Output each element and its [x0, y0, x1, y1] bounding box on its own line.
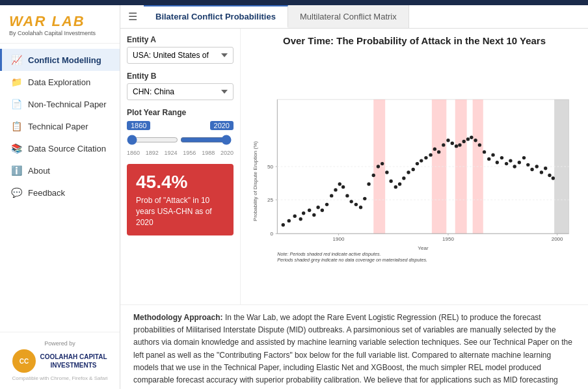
svg-point-64: [455, 144, 458, 148]
svg-point-78: [513, 165, 516, 168]
nav-label-conflict-modelling: Conflict Modelling: [28, 55, 101, 65]
svg-point-74: [496, 161, 499, 164]
entity-a-label: Entity A: [127, 35, 234, 44]
svg-point-50: [394, 185, 397, 189]
svg-point-42: [359, 206, 362, 209]
svg-point-27: [293, 215, 297, 218]
data-source-citation-icon: 📚: [11, 143, 23, 154]
svg-point-38: [341, 185, 345, 189]
entity-b-select[interactable]: CHN: China: [127, 83, 234, 100]
svg-point-82: [530, 168, 533, 171]
svg-point-79: [518, 161, 521, 164]
svg-point-54: [412, 168, 415, 171]
chart-area: Over Time: The Probability of Attack in …: [241, 29, 588, 304]
left-controls: Entity A USA: United States of Entity B …: [120, 29, 241, 304]
year-range-display: 1860 2020: [127, 121, 234, 130]
probability-box: 45.4% Prob of "Attack" in 10 years USA-C…: [127, 164, 234, 235]
year-end-slider[interactable]: [180, 135, 232, 145]
sidebar-item-conflict-modelling[interactable]: 📈 Conflict Modelling: [0, 49, 120, 71]
svg-point-61: [442, 143, 445, 146]
svg-text:Periods shaded grey indicate n: Periods shaded grey indicate no data cov…: [277, 258, 427, 263]
nav-label-technical-paper: Technical Paper: [28, 122, 88, 131]
nav-label-data-exploration: Data Exploration: [28, 77, 90, 87]
non-technical-paper-icon: 📄: [11, 99, 23, 109]
svg-point-60: [437, 150, 440, 154]
svg-text:0: 0: [271, 231, 274, 237]
nav-label-about: About: [28, 166, 50, 176]
sidebar-footer: Powered by CC COOLAHAH CAPITALINVESTMENT…: [0, 332, 120, 389]
svg-point-59: [433, 147, 436, 150]
svg-text:CC: CC: [20, 358, 29, 365]
entity-a-select[interactable]: USA: United States of: [127, 47, 234, 64]
svg-point-84: [540, 170, 543, 174]
svg-point-30: [308, 209, 311, 212]
svg-point-58: [429, 153, 432, 156]
compat-text: Compatible with Chrome, Firefox & Safari: [7, 375, 113, 381]
svg-text:25: 25: [267, 197, 273, 203]
data-exploration-icon: 📁: [11, 77, 23, 87]
svg-point-80: [522, 156, 526, 159]
svg-point-48: [385, 170, 388, 174]
svg-point-33: [321, 209, 324, 212]
nav-label-non-technical-paper: Non-Technical Paper: [28, 100, 107, 109]
year-range-label: Plot Year Range: [127, 108, 234, 117]
sidebar: WAR LAB By Coolahah Capital Investments …: [0, 5, 120, 389]
technical-paper-icon: 📋: [11, 121, 23, 131]
svg-text:50: 50: [267, 164, 273, 170]
svg-point-86: [548, 174, 551, 177]
sidebar-item-technical-paper[interactable]: 📋 Technical Paper: [0, 115, 120, 137]
year-end-badge: 2020: [210, 121, 234, 130]
svg-point-34: [325, 203, 328, 206]
tab-multilateral[interactable]: Multilateral Conflict Matrix: [288, 5, 409, 28]
svg-point-76: [505, 162, 508, 165]
top-bar: [0, 0, 588, 5]
sidebar-item-feedback[interactable]: 💬 Feedback: [0, 181, 120, 204]
svg-point-68: [470, 136, 473, 139]
svg-text:1950: 1950: [442, 236, 454, 242]
chart-wrapper: Probability of Dispute Eruption (%): [251, 51, 578, 299]
svg-point-37: [338, 182, 341, 185]
sidebar-item-data-source-citation[interactable]: 📚 Data Source Citation: [0, 137, 120, 159]
nav-label-feedback: Feedback: [28, 188, 65, 198]
svg-point-47: [381, 162, 384, 165]
svg-point-49: [389, 180, 392, 183]
svg-point-45: [372, 174, 375, 177]
sidebar-item-data-exploration[interactable]: 📁 Data Exploration: [0, 71, 120, 93]
coolahah-svg-logo: CC: [16, 353, 33, 369]
chart-title: Over Time: The Probability of Attack in …: [251, 35, 578, 46]
svg-point-40: [349, 200, 353, 203]
feedback-icon: 💬: [11, 187, 23, 198]
hamburger-icon[interactable]: ☰: [126, 10, 144, 23]
year-start-badge: 1860: [127, 121, 150, 130]
methodology-body: In the War Lab, we adopt the Rare Event …: [133, 313, 572, 389]
methodology-bold: Methodology Approach:: [133, 313, 223, 322]
year-range-section: Plot Year Range 1860 2020 1860 1892 1924…: [127, 108, 234, 156]
app-logo: WAR LAB: [9, 13, 111, 30]
svg-point-85: [544, 167, 547, 170]
coolahah-name: COOLAHAH CAPITALINVESTMENTS: [40, 353, 107, 369]
svg-point-77: [509, 159, 512, 162]
svg-point-56: [420, 159, 423, 162]
svg-point-83: [535, 165, 539, 168]
svg-point-72: [487, 157, 490, 161]
coolahah-circle-logo: CC: [12, 349, 36, 373]
svg-point-52: [402, 176, 405, 180]
svg-rect-2: [277, 100, 568, 234]
svg-point-81: [526, 163, 529, 167]
svg-point-71: [483, 150, 486, 154]
app-subtitle: By Coolahah Capital Investments: [9, 30, 111, 36]
content-header: ☰ Bilateral Conflict Probabilities Multi…: [120, 5, 588, 29]
tab-bar: Bilateral Conflict Probabilities Multila…: [144, 5, 409, 28]
year-start-slider[interactable]: [127, 135, 178, 145]
tab-bilateral[interactable]: Bilateral Conflict Probabilities: [144, 5, 288, 28]
svg-point-26: [287, 219, 291, 222]
svg-point-44: [367, 182, 370, 185]
sidebar-item-non-technical-paper[interactable]: 📄 Non-Technical Paper: [0, 93, 120, 115]
svg-point-29: [302, 211, 305, 215]
svg-point-35: [330, 194, 333, 197]
svg-point-41: [354, 203, 358, 206]
svg-point-67: [466, 137, 470, 141]
svg-text:1900: 1900: [333, 236, 345, 242]
svg-point-57: [424, 156, 427, 159]
sidebar-item-about[interactable]: ℹ️ About: [0, 159, 120, 181]
